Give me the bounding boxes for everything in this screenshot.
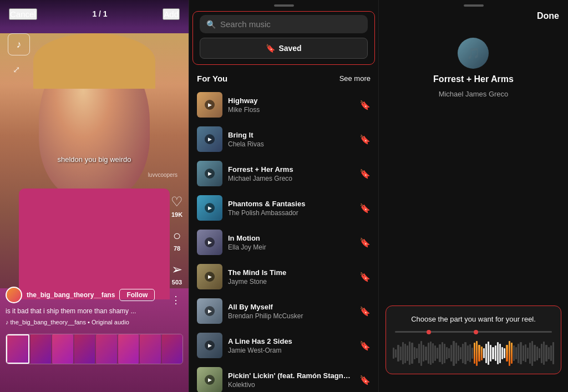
username: the_big_bang_theory__fans (27, 291, 115, 299)
drag-handle (464, 4, 484, 7)
search-bar[interactable]: 🔍 Search music (200, 15, 368, 33)
for-you-section-header: For You See more (189, 70, 378, 88)
selected-song-area: 🎵 Forrest + Her Arms Michael James Greco (433, 38, 514, 98)
list-item[interactable]: ▶ The Mind Is Time Jayme Stone 🔖 (192, 259, 375, 294)
hair (33, 33, 155, 89)
play-icon: ▶ (205, 169, 215, 179)
film-frame (74, 334, 95, 364)
see-more-button[interactable]: See more (339, 74, 371, 83)
page-indicator: 1 / 1 (92, 9, 107, 18)
song-artist: The Polish Ambassador (228, 209, 354, 217)
choose-part-box: Choose the part you want for your reel. (386, 306, 561, 374)
like-count: 19K (171, 211, 182, 218)
share-icon: ➢ (171, 262, 182, 277)
bookmark-button[interactable]: 🔖 (359, 340, 371, 351)
progress-track[interactable] (395, 331, 552, 333)
comment-count: 78 (174, 245, 180, 252)
share-count: 503 (172, 279, 182, 286)
list-item[interactable]: ▶ In Motion Ella Joy Meir 🔖 (192, 225, 375, 259)
progress-bar-row (393, 331, 554, 333)
list-item[interactable]: ▶ All By Myself Brendan Philip McCusker … (192, 294, 375, 328)
song-info: Forrest + Her Arms Michael James Greco (228, 165, 354, 182)
right-panel: Done 🎵 Forrest + Her Arms Michael James … (378, 0, 568, 392)
song-thumbnail: ▶ (197, 264, 222, 289)
choose-part-text: Choose the part you want for your reel. (393, 315, 554, 323)
song-artist: Mike Floss (228, 106, 354, 114)
film-frame (118, 334, 139, 364)
expand-icon: ⤢ (13, 64, 20, 75)
film-frame (140, 334, 161, 364)
song-thumbnail: ▶ (197, 92, 222, 118)
expand-icon-box[interactable]: ⤢ (8, 61, 24, 78)
list-item[interactable]: ▶ Forrest + Her Arms Michael James Greco… (192, 156, 375, 191)
add-button[interactable]: Add (163, 8, 180, 20)
list-item[interactable]: ▶ Phantoms & Fantasies The Polish Ambass… (192, 191, 375, 225)
song-artist: Jayme Stone (228, 278, 354, 286)
share-button[interactable]: ➢ 503 (171, 262, 182, 286)
list-item[interactable]: ▶ Pickin' Lickin' (feat. Ramón Stagnaro)… (192, 363, 375, 392)
waveform-section: Choose the part you want for your reel. (379, 299, 568, 381)
song-artist: Brendan Philip McCusker (228, 312, 354, 320)
film-frame (6, 334, 29, 364)
list-item[interactable]: ▶ Highway Mike Floss 🔖 (192, 88, 375, 122)
song-title: Bring It (228, 131, 354, 139)
song-title: Highway (228, 96, 354, 105)
song-artist: Jamie West-Oram (228, 347, 354, 354)
song-title: Pickin' Lickin' (feat. Ramón Stagnaro) (228, 371, 354, 380)
list-item[interactable]: ▶ Bring It Chela Rivas 🔖 (192, 122, 375, 156)
song-thumbnail: ▶ (197, 298, 222, 324)
done-button[interactable]: Done (537, 11, 559, 21)
search-area: 🔍 Search music 🔖 Saved (192, 11, 375, 65)
like-button[interactable]: ♡ 19K (171, 194, 183, 218)
song-title: In Motion (228, 234, 354, 242)
bookmark-button[interactable]: 🔖 (359, 306, 371, 317)
drag-handle (274, 4, 294, 7)
comment-button[interactable]: ○ 78 (173, 228, 181, 252)
bookmark-button[interactable]: 🔖 (359, 237, 371, 248)
text-overlay: sheldon you big weirdo (58, 155, 131, 164)
search-icon: 🔍 (206, 20, 216, 29)
selected-song-avatar: 🎵 (458, 38, 489, 69)
bookmark-button[interactable]: 🔖 (359, 375, 371, 385)
follow-button[interactable]: Follow (119, 289, 155, 301)
song-title: Forrest + Her Arms (228, 165, 354, 174)
middle-panel: 🔍 Search music 🔖 Saved For You See more … (189, 0, 378, 392)
more-options-button[interactable]: ⋮ (171, 294, 181, 306)
bookmark-button[interactable]: 🔖 (359, 134, 371, 145)
list-item[interactable]: ▶ A Line Has 2 Sides Jamie West-Oram 🔖 (192, 328, 375, 363)
song-thumbnail: ▶ (197, 333, 222, 358)
waveform[interactable] (393, 339, 554, 367)
bookmark-button[interactable]: 🔖 (359, 203, 371, 213)
search-input[interactable]: Search music (220, 19, 271, 29)
song-thumbnail: ▶ (197, 230, 222, 255)
user-row: the_big_bang_theory__fans Follow (6, 287, 155, 303)
watermark: luvvcoopers (148, 172, 178, 178)
song-list: ▶ Highway Mike Floss 🔖 ▶ Bring It Chela … (189, 88, 378, 392)
bookmark-button[interactable]: 🔖 (359, 169, 371, 179)
caption: is it bad that i ship them more than sha… (6, 307, 155, 316)
music-icon-box[interactable]: ♪ (8, 33, 30, 55)
cancel-button[interactable]: Cancel (9, 8, 37, 20)
comment-icon: ○ (173, 228, 181, 243)
song-info: Pickin' Lickin' (feat. Ramón Stagnaro) K… (228, 371, 354, 389)
top-bar: Cancel 1 / 1 Add (0, 0, 189, 28)
play-icon: ▶ (205, 375, 215, 385)
section-title: For You (197, 74, 227, 83)
bookmark-button[interactable]: 🔖 (359, 272, 371, 282)
song-info: In Motion Ella Joy Meir (228, 234, 354, 251)
left-panel: Cancel 1 / 1 Add ♪ ⤢ sheldon you big wei… (0, 0, 189, 392)
film-frame (52, 334, 73, 364)
play-icon: ▶ (205, 203, 215, 213)
progress-dot-end (474, 330, 478, 334)
saved-button[interactable]: 🔖 Saved (200, 38, 368, 59)
play-icon: ▶ (205, 134, 215, 144)
saved-label: Saved (278, 44, 301, 53)
song-info: The Mind Is Time Jayme Stone (228, 268, 354, 286)
song-title: Phantoms & Fantasies (228, 200, 354, 208)
bookmark-button[interactable]: 🔖 (359, 100, 371, 110)
song-thumbnail: ▶ (197, 126, 222, 152)
selected-song-title: Forrest + Her Arms (433, 74, 514, 84)
play-icon: ▶ (205, 306, 215, 316)
user-avatar (6, 287, 22, 303)
play-icon: ▶ (205, 340, 215, 350)
